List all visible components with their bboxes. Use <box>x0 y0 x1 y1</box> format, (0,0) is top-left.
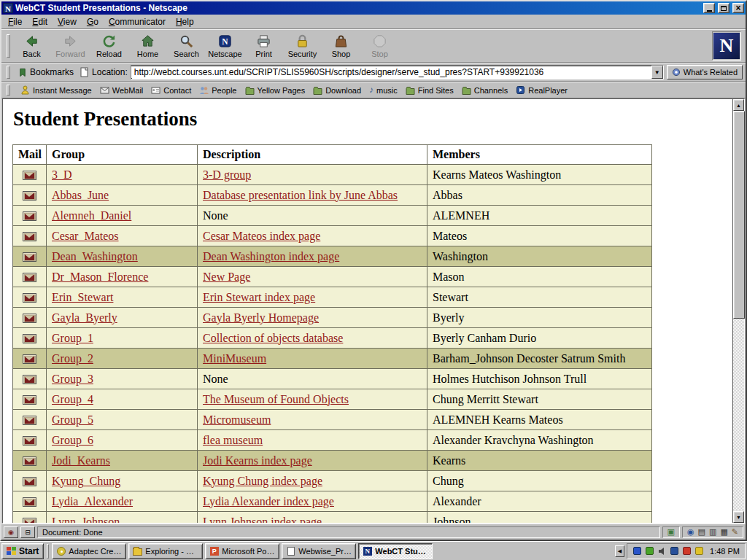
group-link[interactable]: Group_5 <box>52 413 93 426</box>
description-link[interactable]: Gayla Byerly Homepage <box>203 311 319 324</box>
group-link[interactable]: Dr_Mason_Florence <box>52 271 148 283</box>
shop-button[interactable]: Shop <box>322 31 360 61</box>
description-link[interactable]: Kyung Chung index page <box>203 475 322 487</box>
description-link[interactable]: Lynn Johnson index page <box>203 516 322 524</box>
personal-item-download[interactable]: Download <box>313 85 361 95</box>
location-dropdown-button[interactable]: ▼ <box>651 66 663 79</box>
maximize-button[interactable] <box>718 3 729 13</box>
task-powerpoint[interactable]: P Microsoft PowerPo... <box>205 543 279 559</box>
group-link[interactable]: Gayla_Byerly <box>52 311 117 324</box>
power-icon[interactable] <box>694 546 704 556</box>
group-link[interactable]: Cesar_Mateos <box>52 230 119 242</box>
newsgroups-icon[interactable]: ▥ <box>709 527 716 537</box>
tray-collapse-button[interactable]: ◀ <box>615 545 624 557</box>
mail-envelope-icon[interactable] <box>23 171 36 180</box>
description-link[interactable]: MiniMuseum <box>203 352 266 365</box>
antivirus-icon[interactable] <box>682 546 692 556</box>
scrollbar-thumb[interactable] <box>733 111 745 319</box>
composer-icon[interactable]: ✎ <box>732 527 738 537</box>
personal-item-channels[interactable]: Channels <box>462 85 508 95</box>
close-button[interactable]: × <box>732 3 744 13</box>
netscape-logo[interactable]: N <box>713 33 740 59</box>
task-webwise[interactable]: Webwise_Present... <box>282 543 356 559</box>
description-link[interactable]: Database presentation link by June Abbas <box>203 189 398 201</box>
location-page-icon[interactable] <box>80 67 89 77</box>
mailbox-icon[interactable]: ▤ <box>698 527 705 537</box>
menu-go[interactable]: Go <box>82 15 104 28</box>
task-explorer[interactable]: Exploring - Remov... <box>128 543 203 559</box>
search-button[interactable]: Search <box>167 31 206 61</box>
task-scheduler-icon[interactable] <box>645 546 654 556</box>
security-button[interactable]: Security <box>283 31 322 61</box>
description-link[interactable]: The Museum of Found Objects <box>203 393 349 405</box>
group-link[interactable]: Group_4 <box>52 393 93 405</box>
group-link[interactable]: Kyung_Chung <box>52 475 120 487</box>
mail-envelope-icon[interactable] <box>23 518 36 523</box>
home-button[interactable]: Home <box>128 31 167 61</box>
group-link[interactable]: Jodi_Kearns <box>52 454 110 467</box>
reload-button[interactable]: Reload <box>90 31 128 61</box>
group-link[interactable]: Abbas_June <box>52 189 109 201</box>
location-bar-grip[interactable] <box>7 66 10 79</box>
description-link[interactable]: Lydia Alexander index page <box>203 495 334 508</box>
print-button[interactable]: Print <box>244 31 283 61</box>
task-webct[interactable]: N WebCT Studen... <box>358 543 433 559</box>
menu-help[interactable]: Help <box>171 15 199 28</box>
group-link[interactable]: 3_D <box>52 168 72 181</box>
group-link[interactable]: Lynn_Johnson <box>52 516 120 524</box>
mail-envelope-icon[interactable] <box>23 314 36 323</box>
mail-envelope-icon[interactable] <box>23 211 36 221</box>
description-link[interactable]: 3-D group <box>203 168 251 181</box>
location-input[interactable] <box>131 66 651 78</box>
menu-view[interactable]: View <box>53 15 82 28</box>
mail-envelope-icon[interactable] <box>23 395 36 405</box>
personal-toolbar-grip[interactable] <box>7 85 10 96</box>
scroll-down-button[interactable]: ▼ <box>733 511 744 523</box>
security-status-button[interactable]: ◉ <box>4 526 18 538</box>
mail-envelope-icon[interactable] <box>23 334 36 343</box>
description-link[interactable]: Erin Stewart index page <box>203 291 315 303</box>
mail-envelope-icon[interactable] <box>23 191 36 201</box>
description-link[interactable]: Dean Washington index page <box>203 250 339 262</box>
back-button[interactable]: Back <box>12 31 51 61</box>
group-link[interactable]: Erin_Stewart <box>52 291 113 303</box>
navigator-icon[interactable]: ◉ <box>687 527 694 537</box>
description-link[interactable]: New Page <box>203 271 250 283</box>
menu-file[interactable]: File <box>3 15 27 28</box>
group-link[interactable]: Group_2 <box>52 352 93 365</box>
component-toggle-button[interactable]: ⊟ <box>20 526 35 538</box>
personal-item-instant-message[interactable]: Instant Message <box>20 85 92 95</box>
description-link[interactable]: Jodi Kearns index page <box>203 454 312 467</box>
description-link[interactable]: Cesar Mateos index page <box>203 230 320 242</box>
scrollbar-track[interactable] <box>733 111 744 511</box>
group-link[interactable]: Lydia_Alexander <box>52 495 133 508</box>
mail-envelope-icon[interactable] <box>23 354 36 364</box>
personal-item-yellow-pages[interactable]: Yellow Pages <box>245 85 306 95</box>
personal-item-music[interactable]: ♪ music <box>369 85 398 95</box>
volume-icon[interactable] <box>657 546 667 556</box>
stop-button[interactable]: Stop <box>360 31 399 61</box>
personal-item-contact[interactable]: Contact <box>151 85 191 95</box>
netscape-app-icon[interactable]: N <box>3 3 13 13</box>
mail-envelope-icon[interactable] <box>23 273 36 282</box>
mail-envelope-icon[interactable] <box>23 375 36 384</box>
mail-envelope-icon[interactable] <box>23 456 36 466</box>
display-settings-icon[interactable] <box>632 546 642 556</box>
task-adaptec[interactable]: Adaptec Create CD <box>52 543 126 559</box>
toolbar-grip[interactable] <box>7 34 10 58</box>
description-link[interactable]: Collection of objects database <box>203 332 343 344</box>
mail-envelope-icon[interactable] <box>23 416 36 425</box>
group-link[interactable]: Group_1 <box>52 332 93 344</box>
description-link[interactable]: flea museum <box>203 434 263 446</box>
mail-envelope-icon[interactable] <box>23 232 36 241</box>
scroll-up-button[interactable]: ▲ <box>733 99 744 111</box>
group-link[interactable]: Group_3 <box>52 373 93 385</box>
address-book-icon[interactable]: ▦ <box>720 527 727 537</box>
whats-related-button[interactable]: What's Related <box>667 65 743 79</box>
mail-envelope-icon[interactable] <box>23 477 36 486</box>
menu-communicator[interactable]: Communicator <box>104 15 171 28</box>
netscape-button[interactable]: N Netscape <box>206 31 244 61</box>
vertical-scrollbar[interactable]: ▲ ▼ <box>732 99 744 523</box>
realplayer-tray-icon[interactable] <box>670 546 679 556</box>
personal-item-webmail[interactable]: WebMail <box>100 85 144 95</box>
